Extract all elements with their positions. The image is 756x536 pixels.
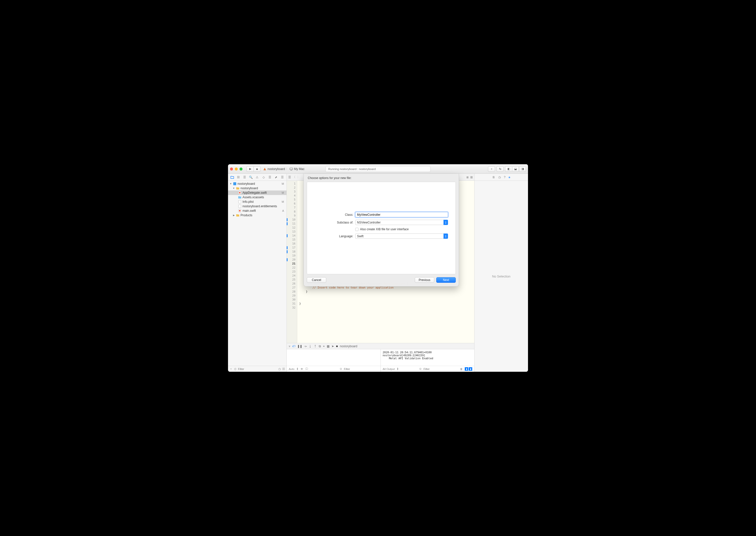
tree-file[interactable]: Assets.xcassets <box>228 195 286 199</box>
help-inspector-tab[interactable]: ? <box>504 176 506 179</box>
scheme-selector[interactable]: nostoryboard 〉 My Mac <box>263 167 305 171</box>
symbol-navigator-tab[interactable]: ☰ <box>243 175 247 179</box>
memory-graph-icon[interactable]: ⌖ <box>323 345 325 348</box>
mac-device-icon <box>289 167 293 171</box>
issue-navigator-tab[interactable]: ⚠ <box>255 175 259 179</box>
navigator-filter-input[interactable] <box>238 367 277 371</box>
next-button[interactable]: Next <box>436 277 456 283</box>
quicklook-icon[interactable]: 👁 <box>301 367 303 371</box>
language-popup[interactable]: Swift ▲▼ <box>355 233 448 239</box>
disclosure-triangle-icon[interactable]: ▼ <box>233 187 235 189</box>
sheet-buttons: Cancel Previous Next <box>304 274 459 283</box>
editor-layout-icon[interactable]: ≣ <box>466 176 469 179</box>
history-inspector-tab[interactable]: ◷ <box>498 176 501 179</box>
recent-filter-icon[interactable]: ◷ <box>278 367 281 371</box>
tree-label: AppDelegate.swift <box>243 191 267 194</box>
svg-point-8 <box>239 210 241 212</box>
console-footer: All Output ▲▼ ⊙ 🗑 ▮ ▮ <box>381 366 475 372</box>
add-editor-icon[interactable]: ⊞ <box>470 176 473 179</box>
back-button[interactable]: 〈 <box>292 175 295 179</box>
variables-view[interactable]: Auto ▲▼ 👁 ⓘ ⊙ <box>287 349 381 372</box>
debug-view-icon[interactable]: ⧉ <box>319 345 321 348</box>
tree-file[interactable]: Info.plist M <box>228 199 286 204</box>
svg-rect-6 <box>239 205 241 208</box>
disclosure-triangle-icon[interactable]: ▶ <box>233 214 235 217</box>
activity-status-text: Running nostoryboard : nostoryboard <box>328 168 376 171</box>
console-output[interactable]: 2020-01-11 20:54:11.679401+0100 nostoryb… <box>381 349 475 366</box>
tree-file[interactable]: nostoryboard.entitlements <box>228 204 286 209</box>
tree-products-folder[interactable]: ▶ Products <box>228 213 286 218</box>
class-name-input[interactable] <box>355 212 448 217</box>
related-items-icon[interactable]: ☰ <box>288 176 291 179</box>
language-value: Swift <box>357 234 364 238</box>
disclosure-triangle-icon[interactable]: ▼ <box>229 183 232 185</box>
clear-console-icon[interactable]: 🗑 <box>460 367 463 371</box>
debug-area: ▿ 🏷 ❚❚ ⤼ ⭣ ⭡ ⧉ ⌖ ▦ ➤ ■ nostoryboard <box>287 343 474 372</box>
toggle-navigator-button[interactable]: ◧ <box>505 166 512 172</box>
navigator-panel: ☒ ☰ 🔍 ⚠ ◇ ☰ ⬈ ☰ ▼ nostoryboard M ▼ <box>228 174 287 372</box>
scm-badge: M <box>282 191 285 194</box>
print-description-icon[interactable]: ⓘ <box>305 367 308 371</box>
updown-icon[interactable]: ▲▼ <box>397 367 399 371</box>
previous-button[interactable]: Previous <box>415 277 434 283</box>
attributes-inspector-tab[interactable]: ⎈ <box>509 176 510 179</box>
scm-badge: M <box>282 182 285 185</box>
breakpoint-navigator-tab[interactable]: ⬈ <box>274 175 278 179</box>
scm-filter-icon[interactable]: ☒ <box>282 367 285 371</box>
updown-icon[interactable]: ▲▼ <box>297 367 299 371</box>
step-into-icon[interactable]: ⭣ <box>309 345 312 348</box>
environment-icon[interactable]: ▦ <box>327 345 330 348</box>
variables-scope-label[interactable]: Auto <box>289 367 294 371</box>
forward-button[interactable]: 〉 <box>297 175 300 179</box>
location-icon[interactable]: ➤ <box>332 345 334 348</box>
scm-badge: A <box>282 209 285 212</box>
filter-scope-icon[interactable]: ⊙ <box>234 367 237 371</box>
source-control-navigator-tab[interactable]: ☒ <box>236 175 241 179</box>
toggle-inspector-button[interactable]: ◨ <box>519 166 526 172</box>
variables-filter-input[interactable] <box>344 367 378 371</box>
tree-file[interactable]: AppDelegate.swift M <box>228 190 286 195</box>
tree-label: Info.plist <box>243 200 254 204</box>
filter-icon: ⊙ <box>340 367 342 371</box>
project-navigator-tab[interactable] <box>230 175 235 179</box>
right-pane-toggle[interactable]: ▮ <box>469 367 472 371</box>
pause-icon[interactable]: ❚❚ <box>297 345 302 348</box>
stop-button[interactable]: ■ <box>253 166 260 172</box>
subclass-combobox[interactable]: NSViewController ▲▼ <box>355 220 448 225</box>
debug-navigator-tab[interactable]: ☰ <box>268 175 272 179</box>
step-over-icon[interactable]: ⤼ <box>304 345 307 348</box>
code-review-button[interactable]: ⇆ <box>497 166 504 172</box>
zoom-window-button[interactable] <box>240 168 243 171</box>
report-navigator-tab[interactable]: ☰ <box>280 175 284 179</box>
folder-icon <box>236 214 240 217</box>
console-scope-label[interactable]: All Output <box>383 367 395 371</box>
run-button[interactable]: ▶ <box>247 166 253 172</box>
project-tree[interactable]: ▼ nostoryboard M ▼ nostoryboard AppDeleg… <box>228 181 286 366</box>
left-pane-toggle[interactable]: ▮ <box>465 367 468 371</box>
swift-file-icon <box>238 191 242 194</box>
tree-file[interactable]: main.swift A <box>228 209 286 213</box>
debug-process-name: nostoryboard <box>340 345 357 348</box>
breakpoints-toggle-icon[interactable]: 🏷 <box>292 345 295 348</box>
hide-debug-icon[interactable]: ▿ <box>289 345 290 348</box>
console-filter-input[interactable] <box>423 367 458 371</box>
tree-project-root[interactable]: ▼ nostoryboard M <box>228 182 286 186</box>
cancel-button[interactable]: Cancel <box>307 277 326 283</box>
toggle-debug-button[interactable]: ⬓ <box>512 166 519 172</box>
scheme-app-icon <box>263 167 267 171</box>
find-navigator-tab[interactable]: 🔍 <box>249 175 253 179</box>
svg-rect-5 <box>239 200 241 203</box>
step-out-icon[interactable]: ⭡ <box>314 345 317 348</box>
add-button[interactable]: ＋ <box>229 367 233 371</box>
close-window-button[interactable] <box>230 168 233 171</box>
library-button[interactable]: ＋ <box>488 166 495 172</box>
destination-name: My Mac <box>294 167 305 171</box>
test-navigator-tab[interactable]: ◇ <box>261 175 266 179</box>
run-stop-group: ▶ ■ <box>247 166 260 172</box>
minimize-window-button[interactable] <box>235 168 238 171</box>
titlebar: ▶ ■ nostoryboard 〉 My Mac Running nostor… <box>228 164 528 174</box>
file-inspector-tab[interactable]: 🗎 <box>492 176 495 179</box>
create-xib-checkbox[interactable]: Also create XIB file for user interface <box>355 227 448 231</box>
titlebar-right-tools: ＋ ⇆ ◧ ⬓ ◨ <box>488 166 526 172</box>
tree-folder[interactable]: ▼ nostoryboard <box>228 186 286 190</box>
